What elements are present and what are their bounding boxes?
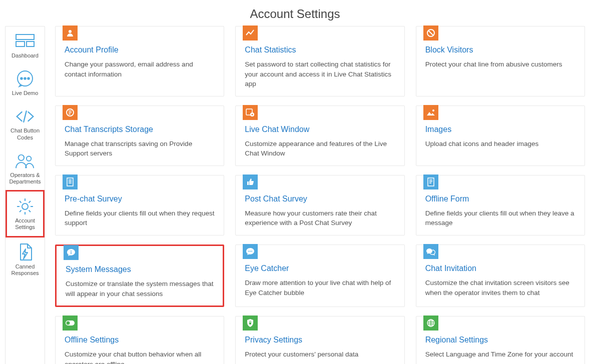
svg-point-9 bbox=[22, 204, 28, 210]
bubbles-icon bbox=[423, 244, 438, 259]
card-desc: Customize or translate the system messag… bbox=[66, 279, 214, 298]
card-desc: Draw more attention to your live chat wi… bbox=[245, 278, 395, 298]
bubble-dots-icon bbox=[243, 244, 258, 259]
card-desc: Set password to start collecting chat st… bbox=[245, 60, 395, 89]
sidebar-label: Live Demo bbox=[12, 90, 39, 96]
card-title: Post Chat Survey bbox=[245, 194, 395, 204]
sidebar-label: Dashboard bbox=[12, 52, 39, 59]
chat-bubble-icon bbox=[15, 70, 35, 88]
sidebar-label: Account Settings bbox=[8, 218, 42, 230]
form-icon bbox=[423, 174, 438, 190]
svg-point-16 bbox=[432, 110, 434, 112]
card-offline-settings[interactable]: Offline SettingsCustomize your chat butt… bbox=[55, 316, 224, 364]
card-title: Live Chat Window bbox=[245, 125, 395, 134]
card-chat-transcripts-storage[interactable]: Chat Transcripts StorageManage chat tran… bbox=[55, 106, 224, 166]
sidebar-label: Chat Button Codes bbox=[7, 128, 44, 140]
card-title: Eye Catcher bbox=[245, 264, 395, 273]
sidebar: Dashboard Live Demo Chat Button Codes bbox=[5, 26, 45, 364]
card-live-chat-window[interactable]: Live Chat WindowCustomize appearance and… bbox=[235, 106, 404, 166]
person-icon bbox=[63, 26, 78, 40]
shield-icon bbox=[243, 316, 258, 330]
svg-rect-18 bbox=[428, 178, 434, 186]
svg-rect-1 bbox=[16, 42, 25, 46]
card-desc: Measure how your customers rate their ch… bbox=[245, 208, 395, 228]
svg-point-23 bbox=[251, 250, 252, 252]
card-desc: Change your password, email address and … bbox=[65, 60, 215, 79]
window-gear-icon bbox=[243, 105, 258, 120]
sidebar-item-operators-departments[interactable]: Operators & Departments bbox=[6, 146, 45, 190]
bubble-info-icon bbox=[64, 245, 79, 260]
sidebar-item-account-settings[interactable]: Account Settings bbox=[6, 190, 45, 237]
card-desc: Customize your chat button behavior when… bbox=[65, 350, 215, 364]
card-title: System Messages bbox=[66, 265, 214, 274]
card-pre-chat-survey[interactable]: Pre-chat SurveyDefine fields your client… bbox=[55, 175, 224, 236]
card-chat-invitation[interactable]: Chat InvitationCustomize the chat invita… bbox=[416, 244, 585, 307]
storage-icon bbox=[63, 105, 78, 120]
settings-grid: Account ProfileChange your password, ema… bbox=[55, 26, 585, 364]
globe-icon bbox=[423, 316, 438, 330]
card-desc: Protect your chat line from abusive cust… bbox=[425, 60, 575, 70]
svg-rect-2 bbox=[27, 42, 34, 46]
sidebar-item-chat-button-codes[interactable]: Chat Button Codes bbox=[6, 102, 45, 146]
svg-rect-17 bbox=[67, 178, 73, 186]
card-desc: Define fields your clients fill out when… bbox=[425, 208, 575, 228]
card-title: Pre-chat Survey bbox=[65, 194, 215, 204]
card-title: Privacy Settings bbox=[245, 336, 395, 344]
sidebar-item-dashboard[interactable]: Dashboard bbox=[6, 26, 45, 64]
card-desc: Manage chat transcripts saving on Provid… bbox=[65, 139, 215, 158]
card-block-visitors[interactable]: Block VisitorsProtect your chat line fro… bbox=[416, 26, 585, 96]
card-title: Chat Statistics bbox=[245, 46, 395, 54]
block-icon bbox=[423, 26, 438, 40]
gear-icon bbox=[15, 198, 35, 216]
card-title: Chat Transcripts Storage bbox=[65, 125, 215, 134]
card-desc: Customize appearance and features of the… bbox=[245, 139, 395, 158]
card-account-profile[interactable]: Account ProfileChange your password, ema… bbox=[55, 26, 224, 96]
svg-rect-20 bbox=[71, 252, 71, 254]
card-desc: Select Language and Time Zone for your a… bbox=[425, 350, 575, 360]
thumb-up-icon bbox=[243, 174, 258, 190]
card-desc: Upload chat icons and header images bbox=[425, 139, 575, 149]
code-icon bbox=[15, 108, 35, 126]
dashboard-icon bbox=[15, 32, 35, 50]
svg-point-15 bbox=[252, 114, 253, 115]
svg-point-25 bbox=[67, 322, 70, 325]
card-title: Account Profile bbox=[65, 46, 215, 54]
form-icon bbox=[63, 174, 78, 190]
svg-point-6 bbox=[28, 78, 30, 80]
svg-point-19 bbox=[71, 250, 72, 252]
page-title: Account Settings bbox=[0, 0, 590, 26]
toggle-icon bbox=[63, 316, 78, 330]
card-title: Images bbox=[425, 125, 575, 134]
svg-point-4 bbox=[21, 78, 23, 80]
svg-point-8 bbox=[27, 156, 32, 161]
svg-point-21 bbox=[248, 250, 249, 252]
sidebar-label: Canned Responses bbox=[7, 264, 44, 276]
people-icon bbox=[15, 152, 35, 170]
card-title: Regional Settings bbox=[425, 336, 575, 344]
sidebar-label: Operators & Departments bbox=[7, 172, 44, 185]
card-offline-form[interactable]: Offline FormDefine fields your clients f… bbox=[416, 175, 585, 236]
card-desc: Define fields your clients fill out when… bbox=[65, 208, 215, 228]
card-system-messages[interactable]: System MessagesCustomize or translate th… bbox=[55, 244, 224, 307]
card-regional-settings[interactable]: Regional SettingsSelect Language and Tim… bbox=[416, 316, 585, 364]
image-icon bbox=[423, 105, 438, 120]
sidebar-item-live-demo[interactable]: Live Demo bbox=[6, 64, 45, 102]
card-desc: Customize the chat invitation screen vis… bbox=[425, 278, 575, 298]
svg-rect-0 bbox=[16, 34, 34, 40]
card-images[interactable]: ImagesUpload chat icons and header image… bbox=[416, 106, 585, 166]
main-layout: Dashboard Live Demo Chat Button Codes bbox=[0, 26, 590, 364]
card-chat-statistics[interactable]: Chat StatisticsSet password to start col… bbox=[235, 26, 404, 96]
card-desc: Protect your customers' personal data bbox=[245, 350, 395, 360]
card-privacy-settings[interactable]: Privacy SettingsProtect your customers' … bbox=[235, 316, 404, 364]
sidebar-item-canned-responses[interactable]: Canned Responses bbox=[6, 238, 45, 282]
card-title: Offline Form bbox=[425, 194, 575, 204]
card-eye-catcher[interactable]: Eye CatcherDraw more attention to your l… bbox=[235, 244, 404, 307]
card-title: Block Visitors bbox=[425, 46, 575, 54]
svg-point-5 bbox=[24, 78, 26, 80]
trend-icon bbox=[243, 26, 258, 40]
bolt-doc-icon bbox=[15, 244, 35, 262]
card-title: Chat Invitation bbox=[425, 264, 575, 273]
card-title: Offline Settings bbox=[65, 336, 215, 344]
card-post-chat-survey[interactable]: Post Chat SurveyMeasure how your custome… bbox=[235, 175, 404, 236]
svg-point-10 bbox=[69, 30, 72, 33]
